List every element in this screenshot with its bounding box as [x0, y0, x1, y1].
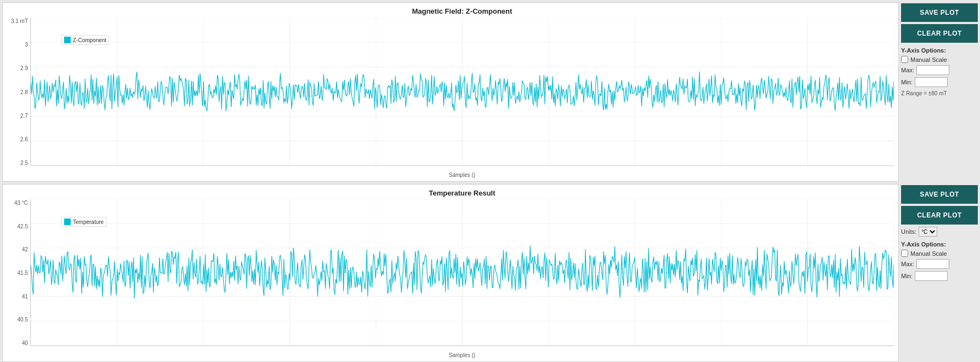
manual-scale-row-temperature: Manual Scale — [901, 250, 978, 257]
min-label-magnetic: Min: — [901, 79, 913, 85]
min-label-temperature: Min: — [901, 273, 913, 279]
range-text-magnetic: Z Range = ±80 mT — [901, 90, 978, 96]
chart-title-temperature: Temperature Result — [30, 189, 894, 197]
main-container: Magnetic Field: Z-Component 3.1 mT 3 2.9… — [0, 0, 980, 362]
y-tick-t2: 42 — [22, 246, 28, 252]
legend-label-magnetic: Z-Component — [73, 37, 106, 43]
x-label-magnetic: Samples () — [30, 172, 894, 178]
clear-plot-button-magnetic[interactable]: CLEAR PLOT — [901, 24, 978, 43]
panel-magnetic: Magnetic Field: Z-Component 3.1 mT 3 2.9… — [2, 2, 978, 182]
min-input-temperature[interactable] — [915, 271, 948, 281]
legend-magnetic: Z-Component — [61, 35, 109, 45]
units-select-temperature[interactable]: °C °F K — [919, 227, 937, 237]
max-input-temperature[interactable] — [916, 259, 949, 269]
units-row-temperature: Units: °C °F K — [901, 227, 978, 237]
panel-temperature: Temperature Result 43 °C 42.5 42 41.5 41… — [2, 184, 978, 362]
save-plot-button-temperature[interactable]: SAVE PLOT — [901, 185, 978, 204]
y-tick-t0: 43 °C — [14, 200, 28, 206]
max-label-temperature: Max: — [901, 261, 914, 267]
min-input-magnetic[interactable] — [915, 77, 948, 87]
y-tick-0: 3.1 mT — [11, 18, 28, 24]
x-label-temperature: Samples () — [30, 352, 894, 358]
max-row-temperature: Max: — [901, 259, 978, 269]
y-tick-t4: 41 — [22, 294, 28, 300]
y-tick-t5: 40.5 — [18, 317, 28, 323]
manual-scale-label-temperature: Manual Scale — [910, 250, 947, 257]
max-input-magnetic[interactable] — [916, 65, 949, 75]
legend-label-temperature: Temperature — [73, 219, 104, 225]
y-axis-options-label-temperature: Y-Axis Options: — [901, 241, 978, 248]
manual-scale-label-magnetic: Manual Scale — [910, 56, 947, 63]
side-controls-magnetic: SAVE PLOT CLEAR PLOT Y-Axis Options: Man… — [901, 2, 978, 182]
clear-plot-button-temperature[interactable]: CLEAR PLOT — [901, 206, 978, 225]
y-tick-t3: 41.5 — [18, 270, 28, 276]
max-row-magnetic: Max: — [901, 65, 978, 75]
units-label-temperature: Units: — [901, 228, 916, 235]
chart-inner-magnetic: Z-Component — [30, 18, 894, 166]
min-row-temperature: Min: — [901, 271, 978, 281]
chart-area-temperature: Temperature Result 43 °C 42.5 42 41.5 41… — [2, 184, 899, 362]
legend-color-magnetic — [64, 37, 71, 43]
manual-scale-checkbox-magnetic[interactable] — [901, 56, 908, 63]
y-axis-magnetic: 3.1 mT 3 2.9 2.8 2.7 2.6 2.5 — [5, 18, 28, 166]
legend-color-temperature — [64, 219, 71, 225]
y-tick-t1: 42.5 — [18, 223, 28, 229]
y-tick-1: 3 — [25, 42, 28, 48]
y-tick-5: 2.6 — [20, 136, 28, 142]
manual-scale-checkbox-temperature[interactable] — [901, 250, 908, 257]
y-tick-3: 2.8 — [20, 89, 28, 95]
y-tick-4: 2.7 — [20, 113, 28, 119]
y-axis-temperature: 43 °C 42.5 42 41.5 41 40.5 40 — [5, 200, 28, 346]
side-controls-temperature: SAVE PLOT CLEAR PLOT Units: °C °F K Y-Ax… — [901, 184, 978, 362]
chart-area-magnetic: Magnetic Field: Z-Component 3.1 mT 3 2.9… — [2, 2, 899, 182]
y-tick-6: 2.5 — [20, 160, 28, 166]
chart-title-magnetic: Magnetic Field: Z-Component — [30, 7, 894, 15]
chart-svg-magnetic — [31, 18, 894, 165]
min-row-magnetic: Min: — [901, 77, 978, 87]
y-axis-options-label-magnetic: Y-Axis Options: — [901, 47, 978, 54]
manual-scale-row-magnetic: Manual Scale — [901, 56, 978, 63]
max-label-magnetic: Max: — [901, 67, 914, 73]
save-plot-button-magnetic[interactable]: SAVE PLOT — [901, 3, 978, 22]
legend-temperature: Temperature — [61, 217, 106, 227]
y-tick-t6: 40 — [22, 340, 28, 346]
y-tick-2: 2.9 — [20, 65, 28, 71]
chart-svg-temperature — [31, 199, 894, 346]
chart-inner-temperature: Temperature — [30, 199, 894, 346]
